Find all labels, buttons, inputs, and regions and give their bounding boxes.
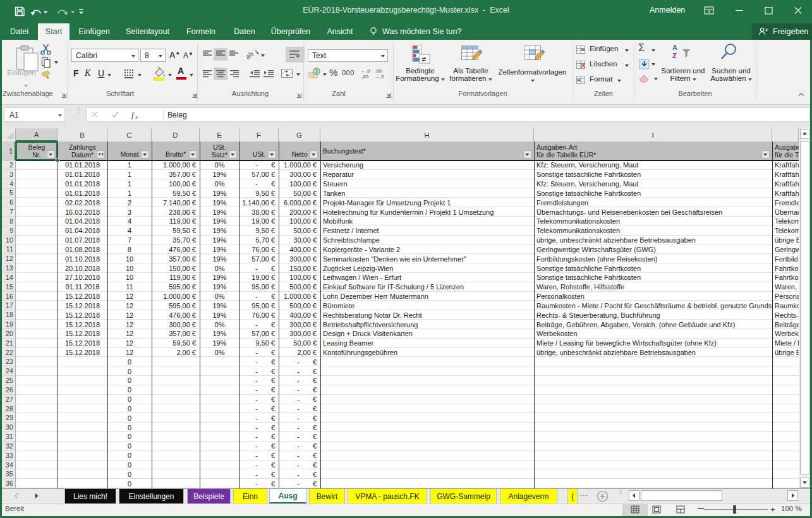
svg-text:ab: ab: [245, 50, 255, 61]
svg-text:,00: ,00: [361, 74, 369, 80]
svg-text:Z: Z: [672, 52, 677, 59]
svg-text:→,0: →,0: [375, 74, 384, 80]
svg-text:←.0: ←.0: [361, 68, 370, 74]
svg-text:≠: ≠: [421, 54, 426, 64]
svg-text:A: A: [672, 44, 677, 51]
svg-text:x: x: [135, 114, 138, 120]
svg-text:$: $: [315, 68, 318, 75]
svg-text:.00: .00: [375, 68, 382, 74]
